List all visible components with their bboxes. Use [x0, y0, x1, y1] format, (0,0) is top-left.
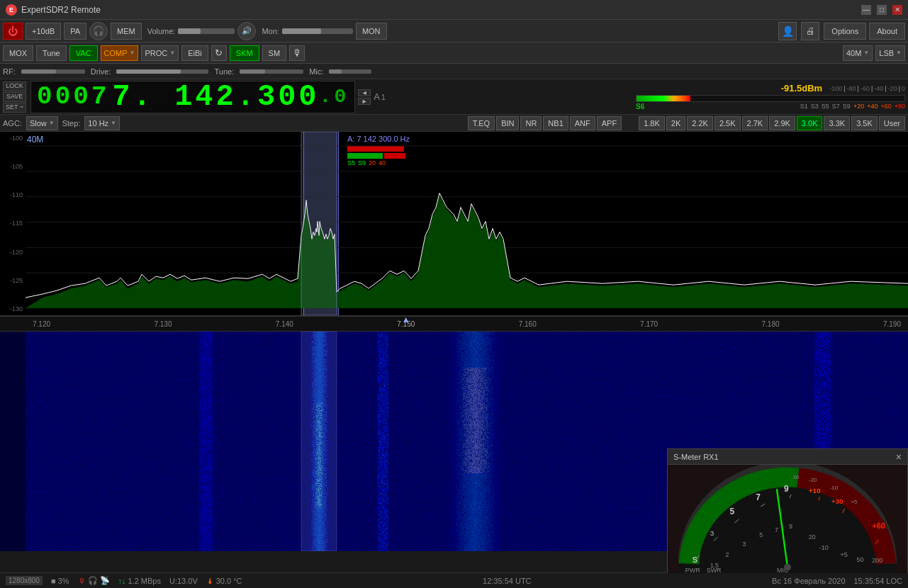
svg-text:20: 20 — [809, 533, 816, 541]
titlebar: E ExpertSDR2 Remote — □ ✕ — [0, 0, 908, 20]
cpu-label: ■ — [51, 577, 56, 585]
power-button[interactable]: ⏻ — [3, 23, 23, 40]
mic-button[interactable]: 🎙 — [289, 45, 305, 61]
tune-label: Tune: — [214, 67, 234, 76]
temp-icon: 🌡 — [206, 577, 214, 585]
spectrum-display[interactable]: -100 -105 -110 -115 -120 -125 -130 40M A… — [0, 132, 908, 316]
app-icon: E — [6, 4, 17, 16]
step-selector[interactable]: 10 Hz ▼ — [84, 116, 120, 130]
bin-button[interactable]: BIN — [496, 116, 519, 130]
lock-button[interactable]: LOCK — [3, 81, 26, 91]
app-title: ExpertSDR2 Remote — [21, 5, 861, 15]
smeter-title-bar: S-Meter RX1 × — [668, 449, 907, 465]
mox-button[interactable]: MOX — [3, 45, 33, 61]
nb1-button[interactable]: NB1 — [543, 116, 568, 130]
agc-value: Slow — [30, 119, 47, 128]
svg-text:-30: -30 — [791, 474, 800, 480]
apf-button[interactable]: APF — [597, 116, 622, 130]
f3000-button[interactable]: 3.0K — [797, 116, 823, 130]
step-dropdown-arrow: ▼ — [111, 120, 116, 126]
svg-point-37 — [784, 564, 791, 571]
svg-text:200: 200 — [872, 557, 882, 564]
scale-m80: -80 — [847, 85, 856, 92]
smeter-close-button[interactable]: × — [896, 451, 902, 463]
pa-button[interactable]: PA — [64, 23, 86, 40]
nr-button[interactable]: NR — [520, 116, 542, 130]
gain-button[interactable]: +10dB — [26, 23, 61, 40]
anf-button[interactable]: ANF — [570, 116, 595, 130]
resolution-value: 1280x800 — [6, 576, 43, 585]
refresh-button[interactable]: ↻ — [211, 45, 227, 61]
volume-slider[interactable] — [178, 28, 235, 34]
utc-time-value: 12:35:54 UTC — [483, 577, 531, 585]
svg-text:9: 9 — [784, 484, 789, 494]
freq-mark-120: 7.120 — [33, 320, 50, 328]
proc-dropdown[interactable]: PROC ▼ — [141, 45, 179, 61]
freq-nav-right[interactable]: ► — [358, 98, 371, 105]
freq-nav-left[interactable]: ◄ — [358, 89, 371, 96]
svg-text:3: 3 — [742, 541, 746, 548]
about-button[interactable]: About — [869, 23, 905, 40]
skm-button[interactable]: SKM — [230, 45, 259, 61]
rf-slider[interactable] — [21, 69, 85, 74]
smeter-panel: S-Meter RX1 × S 3 5 7 9 +10 +30 +60 1.5 — [667, 448, 908, 572]
fuser-button[interactable]: User — [879, 116, 905, 130]
drive-slider[interactable] — [116, 69, 208, 74]
sm-button[interactable]: SM — [262, 45, 287, 61]
tune-slider[interactable] — [240, 69, 303, 74]
f2900-button[interactable]: 2.9K — [769, 116, 795, 130]
rf-row: RF: Drive: Tune: Mic: — [0, 64, 908, 79]
tune-button[interactable]: Tune — [36, 45, 67, 61]
print-icon[interactable]: 🖨 — [801, 22, 819, 40]
mem-button[interactable]: MEM — [111, 23, 142, 40]
window-controls: — □ ✕ — [861, 5, 902, 15]
f3300-button[interactable]: 3.3K — [824, 116, 850, 130]
band-value: 40M — [846, 49, 861, 57]
toolbar1: ⏻ +10dB PA 🎧 MEM Volume: 🔊 Mon: MON 👤 🖨 … — [0, 20, 908, 43]
mic-label: Mic: — [309, 67, 323, 76]
toolbar2: MOX Tune VAC COMP ▼ PROC ▼ EiBi ↻ SKM SM… — [0, 43, 908, 64]
s-value-display: S6 — [636, 103, 644, 111]
band-selector[interactable]: 40M ▼ — [843, 45, 873, 61]
f1800-button[interactable]: 1.8K — [639, 116, 665, 130]
mode-selector[interactable]: LSB ▼ — [875, 45, 905, 61]
agc-row: AGC: Slow ▼ Step: 10 Hz ▼ T.EQ BIN NR NB… — [0, 115, 908, 132]
f2000-button[interactable]: 2K — [666, 116, 685, 130]
user-icon[interactable]: 👤 — [778, 22, 797, 40]
freq-zeros: 0007 — [37, 82, 109, 111]
close-button[interactable]: ✕ — [892, 5, 902, 15]
maximize-button[interactable]: □ — [877, 5, 887, 15]
set-button[interactable]: SET ~ — [3, 103, 26, 113]
f2500-button[interactable]: 2.5K — [714, 116, 741, 130]
smeter-bar — [636, 95, 905, 102]
date-item: Вс 16 Февраль 2020 — [772, 577, 845, 585]
s3-label: S3 — [811, 103, 819, 111]
teq-button[interactable]: T.EQ — [468, 116, 495, 130]
frequency-display[interactable]: 0007 7. 142.300 .0 — [30, 81, 355, 113]
vac-button[interactable]: VAC — [69, 45, 98, 61]
s5-label: S5 — [822, 103, 829, 111]
minimize-button[interactable]: — — [861, 5, 871, 15]
proc-dropdown-arrow: ▼ — [169, 50, 175, 56]
f2700-button[interactable]: 2.7K — [742, 116, 768, 130]
svg-rect-7 — [301, 132, 337, 315]
scale-m20: -20 — [888, 85, 897, 92]
mic-slider[interactable] — [329, 69, 371, 74]
scale-0: 0 — [902, 85, 905, 92]
f2200-button[interactable]: 2.2K — [687, 116, 713, 130]
agc-selector[interactable]: Slow ▼ — [26, 116, 58, 130]
save-button[interactable]: SAVE — [3, 92, 26, 102]
scale-m40: -40 — [874, 85, 883, 92]
rx-label: A — [374, 91, 380, 102]
f3500-button[interactable]: 3.5K — [851, 116, 878, 130]
mon-button[interactable]: MON — [356, 23, 387, 40]
headphones-button[interactable]: 🎧 — [89, 22, 108, 40]
mute-button[interactable]: 🔊 — [237, 22, 256, 40]
mon-slider[interactable] — [282, 28, 353, 34]
comp-dropdown[interactable]: COMP ▼ — [101, 45, 139, 61]
comp-label: COMP — [104, 49, 128, 57]
eibi-button[interactable]: EiBi — [181, 45, 208, 61]
smeter-title-text: S-Meter RX1 — [673, 453, 719, 461]
options-button[interactable]: Options — [824, 23, 866, 40]
temp-value: 30.0 °C — [216, 577, 242, 585]
